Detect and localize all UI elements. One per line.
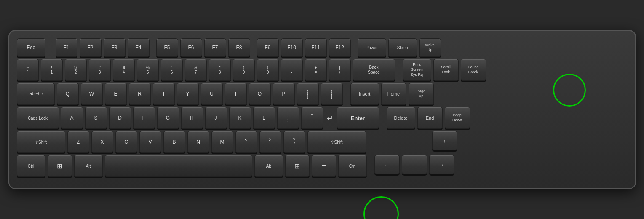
key-p[interactable]: P [273, 83, 295, 105]
key-rbracket[interactable]: } ] [321, 83, 343, 105]
key-b[interactable]: B [163, 131, 185, 153]
key-page-down[interactable]: PageDown [445, 107, 470, 129]
key-f7[interactable]: F7 [204, 38, 226, 57]
zxcv-row: ⇧Shift Z X C V B N M < , > . ? / ⇧Shift [17, 131, 628, 153]
key-pause-break[interactable]: PauseBreak [461, 59, 486, 81]
key-f[interactable]: F [133, 107, 155, 129]
key-k[interactable]: K [229, 107, 251, 129]
keyboard: Esc F1 F2 F3 F4 F5 F6 F7 F8 F9 F10 F11 F… [8, 30, 636, 189]
key-comma[interactable]: < , [235, 131, 257, 153]
key-win-left[interactable]: ⊞ [48, 155, 72, 177]
key-period[interactable]: > . [259, 131, 281, 153]
key-f2[interactable]: F2 [80, 38, 102, 57]
key-end[interactable]: End [417, 107, 443, 129]
key-shift-left[interactable]: ⇧Shift [17, 131, 65, 153]
key-backslash[interactable]: | \ [329, 59, 351, 81]
key-y[interactable]: Y [177, 83, 199, 105]
key-shift-right[interactable]: ⇧Shift [307, 131, 366, 153]
key-home[interactable]: Home [381, 83, 406, 105]
key-lbracket[interactable]: { [ [297, 83, 319, 105]
key-q[interactable]: Q [57, 83, 79, 105]
key-arrow-up[interactable]: ↑ [432, 131, 457, 150]
key-m[interactable]: M [211, 131, 233, 153]
enter-arrow-icon: ↵ [325, 114, 335, 123]
key-f8[interactable]: F8 [228, 38, 250, 57]
key-alt-right[interactable]: Alt [254, 155, 283, 177]
key-t[interactable]: T [153, 83, 175, 105]
key-o[interactable]: O [249, 83, 271, 105]
key-power[interactable]: Power [358, 38, 386, 57]
key-caps-lock[interactable]: Caps Lock [17, 107, 59, 129]
key-x[interactable]: X [91, 131, 113, 153]
key-slash[interactable]: ? / [283, 131, 305, 153]
key-r[interactable]: R [129, 83, 151, 105]
key-w[interactable]: W [81, 83, 103, 105]
key-e[interactable]: E [105, 83, 127, 105]
key-c[interactable]: C [115, 131, 137, 153]
asdf-row: Caps Lock A S D F G H J K L : ; " ' ↵ En… [17, 107, 628, 129]
key-2[interactable]: @ 2 [65, 59, 87, 81]
key-1[interactable]: ! 1 [41, 59, 63, 81]
key-f5[interactable]: F5 [156, 38, 178, 57]
bottom-row: Ctrl ⊞ Alt Alt ⊞ ≣ Ctrl ← ↓ → [17, 155, 628, 177]
key-minus[interactable]: — - [281, 59, 303, 81]
key-semicolon[interactable]: : ; [277, 107, 299, 129]
key-a[interactable]: A [61, 107, 83, 129]
key-tab[interactable]: Tab ⊣→ [17, 83, 55, 105]
key-j[interactable]: J [205, 107, 227, 129]
key-f4[interactable]: F4 [128, 38, 150, 57]
key-g[interactable]: G [157, 107, 179, 129]
key-n[interactable]: N [187, 131, 209, 153]
key-ctrl-right[interactable]: Ctrl [338, 155, 367, 177]
key-v[interactable]: V [139, 131, 161, 153]
key-d[interactable]: D [109, 107, 131, 129]
key-u[interactable]: U [201, 83, 223, 105]
key-7[interactable]: & 7 [185, 59, 207, 81]
esc-label: Esc [27, 45, 35, 51]
key-f1[interactable]: F1 [56, 38, 77, 57]
key-l[interactable]: L [253, 107, 275, 129]
key-wakeup[interactable]: WakeUp [419, 38, 441, 57]
key-4[interactable]: $ 4 [113, 59, 135, 81]
key-f10[interactable]: F10 [281, 38, 303, 57]
key-space[interactable] [105, 155, 252, 177]
key-f9[interactable]: F9 [257, 38, 279, 57]
keyboard-wrapper: Esc F1 F2 F3 F4 F5 F6 F7 F8 F9 F10 F11 F… [8, 30, 636, 189]
key-alt-left[interactable]: Alt [74, 155, 103, 177]
key-quote[interactable]: " ' [301, 107, 323, 129]
key-f11[interactable]: F11 [305, 38, 327, 57]
key-f12[interactable]: F12 [329, 38, 351, 57]
key-arrow-down[interactable]: ↓ [402, 155, 427, 174]
key-0[interactable]: ) 0 [257, 59, 279, 81]
key-f6[interactable]: F6 [180, 38, 202, 57]
key-backspace[interactable]: BackSpace [353, 59, 395, 81]
key-arrow-left[interactable]: ← [374, 155, 400, 174]
alt-right-highlight [363, 196, 399, 219]
key-i[interactable]: I [225, 83, 247, 105]
key-5[interactable]: % 5 [137, 59, 159, 81]
key-page-up[interactable]: PageUp [409, 83, 434, 105]
key-insert[interactable]: Insert [350, 83, 379, 105]
key-scroll-lock[interactable]: ScrollLock [433, 59, 459, 81]
number-row: ~ ` ! 1 @ 2 # 3 $ 4 % 5 [17, 59, 628, 81]
key-equals[interactable]: + = [305, 59, 327, 81]
key-3[interactable]: # 3 [89, 59, 111, 81]
key-enter[interactable]: Enter [337, 107, 379, 129]
fn-row: Esc F1 F2 F3 F4 F5 F6 F7 F8 F9 F10 F11 F… [17, 38, 628, 57]
key-sleep[interactable]: Sleep [388, 38, 417, 57]
key-win-right[interactable]: ⊞ [285, 155, 310, 177]
key-ctrl-left[interactable]: Ctrl [17, 155, 45, 177]
key-h[interactable]: H [181, 107, 203, 129]
key-arrow-right[interactable]: → [429, 155, 454, 174]
key-6[interactable]: ^ 6 [161, 59, 183, 81]
key-backtick[interactable]: ~ ` [17, 59, 39, 81]
key-delete[interactable]: Delete [387, 107, 415, 129]
key-s[interactable]: S [85, 107, 107, 129]
key-8[interactable]: * 8 [209, 59, 231, 81]
key-9[interactable]: ( 9 [233, 59, 255, 81]
key-esc[interactable]: Esc [17, 38, 45, 57]
key-z[interactable]: Z [67, 131, 89, 153]
key-f3[interactable]: F3 [104, 38, 126, 57]
key-print-screen[interactable]: PrintScreenSys Rq [403, 59, 431, 81]
key-menu[interactable]: ≣ [312, 155, 336, 177]
